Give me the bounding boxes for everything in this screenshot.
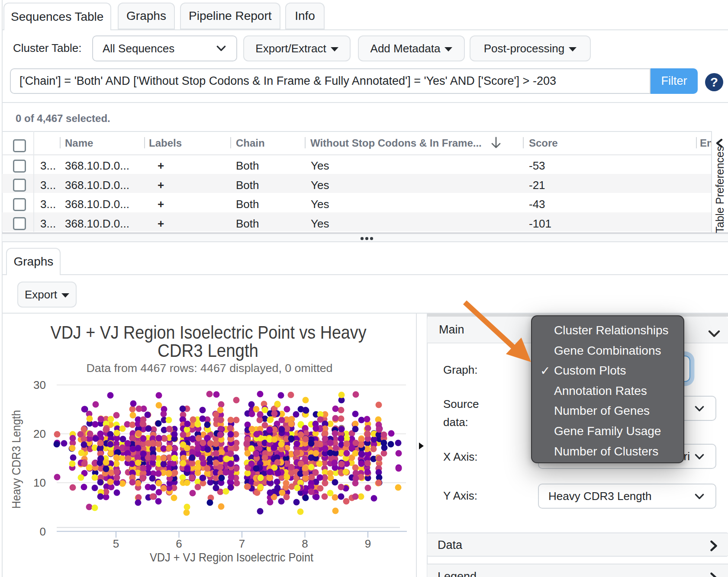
svg-text:5: 5 [113,537,119,550]
svg-text:6: 6 [176,537,182,550]
svg-text:VDJ + VJ Region Isoelectric Po: VDJ + VJ Region Isoelectric Point vs Hea… [51,322,367,343]
svg-text:9: 9 [365,537,371,550]
svg-text:20: 20 [33,427,46,440]
svg-text:VDJ + VJ Region Isoelectric Po: VDJ + VJ Region Isoelectric Point [150,551,313,564]
svg-text:Data from 4467 rows: 4467 disp: Data from 4467 rows: 4467 displayed, 0 o… [87,362,333,375]
svg-text:CDR3 Length: CDR3 Length [158,340,258,361]
svg-text:10: 10 [33,476,46,489]
svg-text:0: 0 [40,525,46,538]
svg-text:Heavy CDR3 Length: Heavy CDR3 Length [10,410,23,509]
svg-text:30: 30 [33,378,46,391]
svg-text:7: 7 [239,537,245,550]
svg-text:8: 8 [302,537,308,550]
